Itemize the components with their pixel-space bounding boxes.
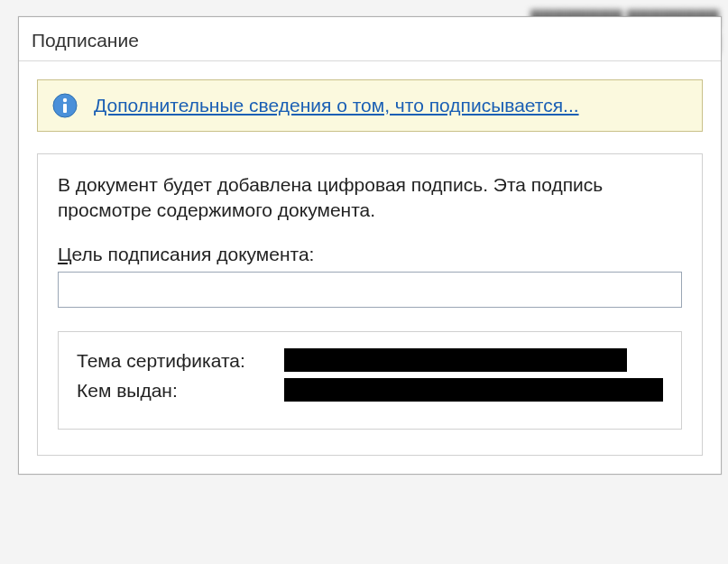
cert-issuer-label: Кем выдан: [77,376,284,405]
svg-point-1 [63,98,67,102]
purpose-label: Цель подписания документа: [58,244,682,265]
cert-subject-label: Тема сертификата: [77,347,284,375]
description-text: В документ будет добавлена цифровая подп… [58,172,682,224]
cert-issuer-row: Кем выдан: █████████████████████ [77,376,663,405]
dialog-title: Подписание [19,17,721,61]
cert-subject-row: Тема сертификата: ████████████████ [77,347,663,375]
info-banner: Дополнительные сведения о том, что подпи… [37,79,703,132]
info-icon [52,93,78,118]
cert-issuer-value: █████████████████████ [284,378,663,402]
svg-rect-2 [63,104,67,113]
signing-dialog: Подписание Дополнительные сведения о том… [18,16,722,475]
certificate-box: Тема сертификата: ████████████████ Кем в… [58,331,682,430]
purpose-input[interactable] [58,272,682,308]
cert-subject-value: ████████████████ [284,348,627,372]
additional-info-link[interactable]: Дополнительные сведения о том, что подпи… [94,95,579,116]
dialog-body: В документ будет добавлена цифровая подп… [37,153,703,456]
